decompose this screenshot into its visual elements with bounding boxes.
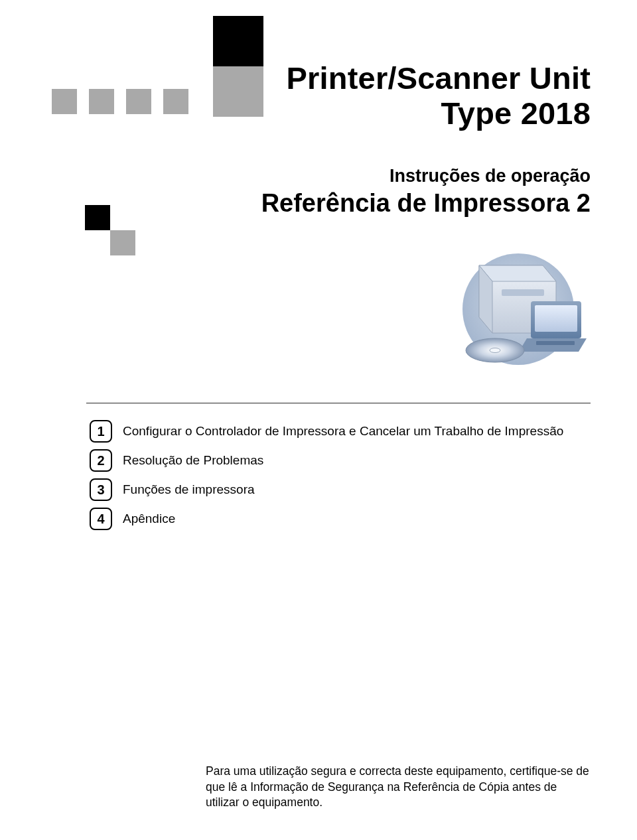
- toc-item: 1 Configurar o Controlador de Impressora…: [90, 417, 563, 446]
- decor-square: [213, 16, 263, 66]
- toc-item: 3 Funções de impressora: [90, 475, 563, 504]
- decor-square: [85, 205, 110, 230]
- svg-point-10: [490, 348, 500, 353]
- footer-note: Para uma utilização segura e correcta de…: [206, 764, 591, 811]
- divider: [86, 403, 591, 403]
- decor-square: [52, 89, 77, 114]
- decor-square: [89, 89, 114, 114]
- toc-number-badge: 3: [90, 478, 112, 501]
- decor-square: [213, 66, 263, 117]
- svg-rect-4: [502, 289, 544, 296]
- decor-square: [126, 89, 151, 114]
- toc-item: 2 Resolução de Problemas: [90, 446, 563, 475]
- svg-rect-8: [536, 341, 575, 345]
- subtitle-block: Instruções de operação Referência de Imp…: [261, 166, 591, 218]
- toc-number-badge: 4: [90, 508, 112, 530]
- subtitle-large: Referência de Impressora 2: [261, 189, 591, 218]
- toc-label: Configurar o Controlador de Impressora e…: [123, 424, 563, 439]
- title-line-1: Printer/Scanner Unit: [287, 61, 591, 96]
- decor-square: [163, 89, 188, 114]
- decor-square: [110, 230, 135, 255]
- toc-number-badge: 1: [90, 420, 112, 443]
- printer-illustration: [438, 252, 591, 372]
- toc-label: Resolução de Problemas: [123, 453, 263, 468]
- toc: 1 Configurar o Controlador de Impressora…: [90, 417, 563, 533]
- subtitle-small: Instruções de operação: [261, 166, 591, 186]
- toc-label: Funções de impressora: [123, 482, 255, 497]
- toc-label: Apêndice: [123, 512, 175, 526]
- title-line-2: Type 2018: [287, 96, 591, 131]
- toc-number-badge: 2: [90, 449, 112, 472]
- svg-rect-6: [535, 305, 577, 332]
- title-block: Printer/Scanner Unit Type 2018: [287, 61, 591, 131]
- toc-item: 4 Apêndice: [90, 504, 563, 533]
- cover-page: Printer/Scanner Unit Type 2018 Instruçõe…: [0, 0, 637, 840]
